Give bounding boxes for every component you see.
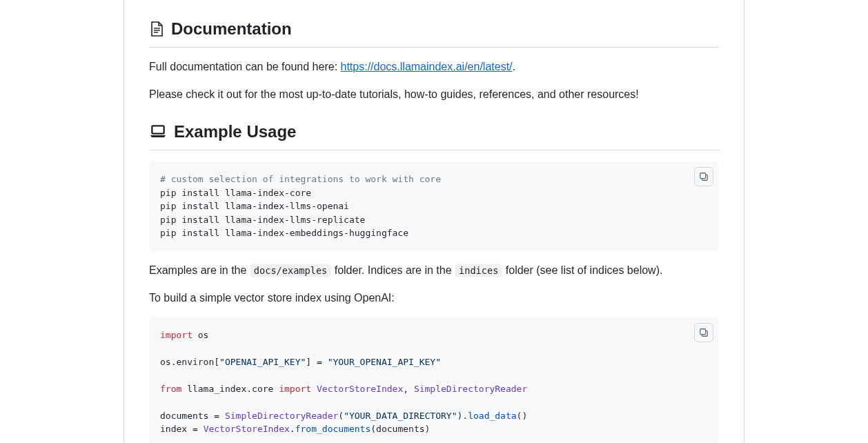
code-line: pip install llama-index-llms-replicate (160, 215, 365, 225)
tok: ] = (306, 357, 327, 367)
build-index-sentence: To build a simple vector store index usi… (149, 290, 719, 306)
laptop-icon (149, 124, 167, 139)
tok (311, 384, 317, 394)
tok: . (290, 424, 295, 434)
tok: os.environ[ (160, 357, 219, 367)
tok: import (279, 384, 311, 394)
tok: os (193, 330, 208, 340)
tok: , (403, 384, 414, 394)
readme-content: Documentation Full documentation can be … (124, 0, 744, 443)
tok: import (160, 330, 193, 340)
svg-rect-6 (700, 173, 706, 179)
python-code-block: import os os.environ["OPENAI_API_KEY"] =… (149, 317, 719, 444)
tok: ( (338, 411, 344, 421)
inline-code-indices: indices (455, 264, 502, 277)
code-line: pip install llama-index-core (160, 188, 311, 198)
tok: () (517, 411, 528, 421)
page-container: Documentation Full documentation can be … (0, 0, 868, 443)
copy-icon (699, 328, 709, 337)
tok: SimpleDirectoryReader (414, 384, 527, 394)
inline-code-docs-examples: docs/examples (250, 264, 331, 277)
tok: VectorStoreIndex (317, 384, 403, 394)
code-line: pip install llama-index-embeddings-huggi… (160, 228, 408, 238)
svg-rect-4 (153, 127, 164, 133)
documentation-link[interactable]: https://docs.llamaindex.ai/en/latest/ (341, 61, 513, 72)
copy-icon (699, 172, 709, 181)
tok: VectorStoreIndex (204, 424, 290, 434)
example-usage-heading-text: Example Usage (174, 119, 296, 144)
tok: SimpleDirectoryReader (225, 411, 338, 421)
tok: documents = (160, 411, 225, 421)
code-line: pip install llama-index-llms-openai (160, 201, 349, 211)
tok: (documents) (371, 424, 430, 434)
tok: ). (457, 411, 468, 421)
tok: "YOUR_OPENAI_API_KEY" (328, 357, 441, 367)
pip-install-code-block: # custom selection of integrations to wo… (149, 161, 719, 251)
documentation-heading-text: Documentation (171, 17, 292, 41)
copy-button[interactable] (694, 323, 713, 342)
documentation-followup: Please check it out for the most up-to-d… (149, 86, 719, 103)
copy-button[interactable] (694, 167, 713, 186)
documentation-intro: Full documentation can be found here: ht… (149, 59, 719, 75)
tok: load_data (468, 411, 516, 421)
doc-intro-prefix: Full documentation can be found here: (149, 61, 341, 72)
tok: llama_index.core (181, 384, 279, 394)
text-fragment: folder (see list of indices below). (502, 264, 662, 276)
tok: index = (160, 424, 204, 434)
tok: from_documents (295, 424, 371, 434)
tok: "YOUR_DATA_DIRECTORY" (344, 411, 457, 421)
example-usage-heading: Example Usage (149, 119, 719, 150)
examples-location-sentence: Examples are in the docs/examples folder… (149, 262, 719, 279)
text-fragment: Examples are in the (149, 264, 250, 276)
text-fragment: folder. Indices are in the (331, 264, 455, 276)
code-comment: # custom selection of integrations to wo… (160, 174, 441, 184)
page-icon (149, 21, 164, 37)
doc-intro-suffix: . (513, 61, 515, 72)
svg-rect-8 (700, 328, 706, 334)
tok: from (160, 384, 181, 394)
documentation-heading: Documentation (149, 17, 719, 48)
tok: "OPENAI_API_KEY" (219, 357, 306, 367)
